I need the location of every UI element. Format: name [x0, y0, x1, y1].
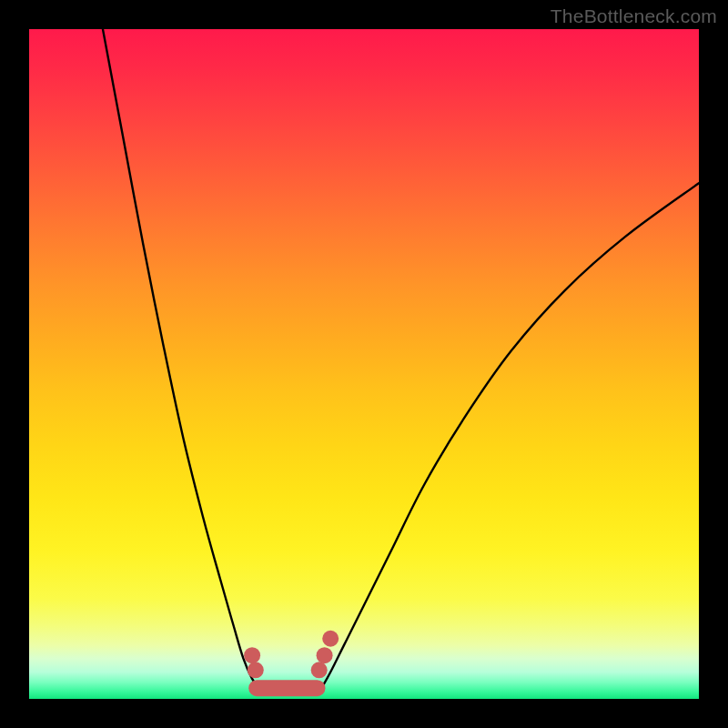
- highlight-dot: [311, 662, 328, 678]
- right-curve: [321, 183, 699, 689]
- plot-area: [29, 29, 699, 699]
- highlight-dot: [317, 647, 333, 663]
- chart-svg: [29, 29, 699, 699]
- highlight-dot: [244, 647, 260, 663]
- chart-frame: TheBottleneck.com: [0, 0, 728, 728]
- highlight-dot: [248, 662, 264, 678]
- left-curve: [103, 29, 259, 689]
- highlight-dots: [244, 631, 339, 679]
- watermark-label: TheBottleneck.com: [551, 5, 717, 27]
- curve-layer: [103, 29, 699, 689]
- highlight-dot: [322, 631, 339, 647]
